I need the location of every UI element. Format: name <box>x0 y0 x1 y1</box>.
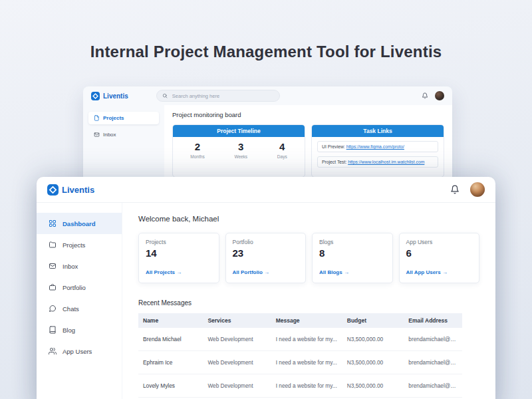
link-label: UI Preview: <box>322 144 345 149</box>
sidebar-item-portfolio[interactable]: Portfolio <box>37 277 122 298</box>
search-icon <box>162 93 168 98</box>
cell-name: Brenda Michael <box>138 328 203 351</box>
chat-icon <box>49 305 57 313</box>
link-url[interactable]: https://www.localhost.im.watchlist.com <box>348 160 424 164</box>
stat-card-projects: Projects 14 All Projects <box>138 233 219 283</box>
task-link-ui-preview: UI Preview: https://www.figma.com/proto/ <box>317 141 438 152</box>
avatar[interactable] <box>470 182 485 197</box>
dashboard-main: Welcome back, Michael Projects 14 All Pr… <box>122 203 495 399</box>
search-bar[interactable] <box>156 90 280 102</box>
brand-name: Liventis <box>103 92 128 100</box>
all-blogs-link[interactable]: All Blogs <box>319 269 349 275</box>
sidebar-item-dashboard[interactable]: Dashboard <box>37 213 122 234</box>
stat-card-value: 8 <box>319 247 386 259</box>
sidebar-item-label: Chats <box>63 305 79 313</box>
front-window: Liventis Dashboard Projects Inbox <box>37 177 495 399</box>
stat-value: 4 <box>277 142 287 153</box>
cell-budget: N3,500,000.00 <box>342 351 404 374</box>
stat-value: 2 <box>190 142 204 153</box>
link-url[interactable]: https://www.figma.com/proto/ <box>346 144 404 149</box>
stat-label: Weeks <box>234 154 247 159</box>
cell-message: I need a website for my... <box>271 351 342 374</box>
front-brand: Liventis <box>47 184 94 196</box>
sidebar-item-label: Dashboard <box>63 220 96 227</box>
stat-card-value: 23 <box>233 247 299 259</box>
board-title: Project monitoring board <box>172 111 444 118</box>
mail-icon <box>94 132 100 138</box>
sidebar-item-blog[interactable]: Blog <box>37 319 122 340</box>
link-label: Project Test: <box>322 160 346 164</box>
sidebar-item-label: Portfolio <box>63 284 86 291</box>
table-row[interactable]: Brenda Michael Web Development I need a … <box>138 328 462 351</box>
cell-services: Web Development <box>203 374 271 398</box>
briefcase-icon <box>49 283 57 291</box>
stat-card-portfolio: Portfolio 23 All Portfolio <box>225 233 307 283</box>
all-portfolio-link[interactable]: All Portfolio <box>233 269 270 275</box>
stat-card-label: App Users <box>406 239 473 245</box>
welcome-message: Welcome back, Michael <box>138 215 479 223</box>
back-header-actions <box>422 91 444 100</box>
stat-card-label: Portfolio <box>233 239 299 245</box>
back-brand: Liventis <box>91 92 128 100</box>
all-projects-link[interactable]: All Projects <box>146 269 182 275</box>
stat-card-app-users: App Users 6 All App Users <box>399 233 480 283</box>
search-input[interactable] <box>171 92 274 100</box>
bell-icon[interactable] <box>422 92 428 99</box>
table-row[interactable]: Lovely Myles Web Development I need a we… <box>138 374 462 398</box>
cell-name: Lovely Myles <box>138 374 203 398</box>
cell-services: Web Development <box>203 328 271 351</box>
timeline-stat-months: 2 Months <box>190 142 204 159</box>
column-header-services: Services <box>203 313 271 328</box>
grid-icon <box>49 219 57 227</box>
sidebar-item-label: Inbox <box>63 263 78 270</box>
stat-label: Months <box>190 154 204 159</box>
cell-name: Ephraim Ice <box>138 351 203 374</box>
liventis-logo-icon <box>91 92 100 100</box>
brand-name: Liventis <box>62 185 94 195</box>
sidebar-item-inbox[interactable]: Inbox <box>88 128 159 141</box>
timeline-stat-days: 4 Days <box>277 142 287 159</box>
sidebar-item-label: Projects <box>103 115 124 121</box>
cell-services: Web Development <box>203 351 271 374</box>
task-link-project-test: Project Test: https://www.localhost.im.w… <box>317 156 438 168</box>
board-cards: Project Timeline 2 Months 3 Weeks <box>172 124 444 178</box>
sidebar-item-projects[interactable]: Projects <box>88 112 159 124</box>
cell-message: I need a website for my... <box>271 374 342 398</box>
front-window-header: Liventis <box>37 177 495 203</box>
sidebar-item-app-users[interactable]: App Users <box>37 340 122 362</box>
document-icon <box>94 115 100 121</box>
column-header-name: Name <box>138 313 203 328</box>
sidebar-item-label: Inbox <box>103 132 116 138</box>
bell-icon[interactable] <box>450 185 460 194</box>
stat-card-blogs: Blogs 8 All Blogs <box>312 233 393 283</box>
users-icon <box>49 347 57 355</box>
stat-card-label: Projects <box>146 239 212 245</box>
column-header-budget: Budget <box>342 313 404 328</box>
all-app-users-link[interactable]: All App Users <box>406 269 448 275</box>
stat-card-value: 6 <box>406 247 473 259</box>
back-window-header: Liventis <box>83 86 452 105</box>
cell-email: brendamichael@gmail.com <box>404 374 462 398</box>
page-title: Internal Project Management Tool for Liv… <box>0 43 532 61</box>
column-header-email: Email Address <box>404 313 462 328</box>
task-links-list: UI Preview: https://www.figma.com/proto/… <box>312 137 444 177</box>
stat-card-label: Blogs <box>319 239 386 245</box>
front-window-body: Dashboard Projects Inbox Portfolio Chats <box>37 203 495 399</box>
card-title: Task Links <box>312 125 444 137</box>
sidebar-item-label: Projects <box>63 241 85 249</box>
column-header-message: Message <box>271 313 342 328</box>
sidebar-item-inbox[interactable]: Inbox <box>37 255 122 277</box>
recent-messages-title: Recent Messages <box>138 299 479 307</box>
cell-message: I need a website for my... <box>271 328 342 351</box>
project-timeline-card: Project Timeline 2 Months 3 Weeks <box>172 124 305 178</box>
timeline-stat-weeks: 3 Weeks <box>234 142 247 159</box>
sidebar-item-chats[interactable]: Chats <box>37 298 122 319</box>
sidebar-item-projects[interactable]: Projects <box>37 234 122 255</box>
card-title: Project Timeline <box>173 125 305 137</box>
sidebar-item-label: Blog <box>63 327 75 334</box>
avatar[interactable] <box>435 91 444 100</box>
table-row[interactable]: Ephraim Ice Web Development I need a web… <box>138 351 462 374</box>
stat-label: Days <box>277 154 287 159</box>
front-header-actions <box>450 182 485 197</box>
sidebar-item-label: App Users <box>63 348 92 355</box>
